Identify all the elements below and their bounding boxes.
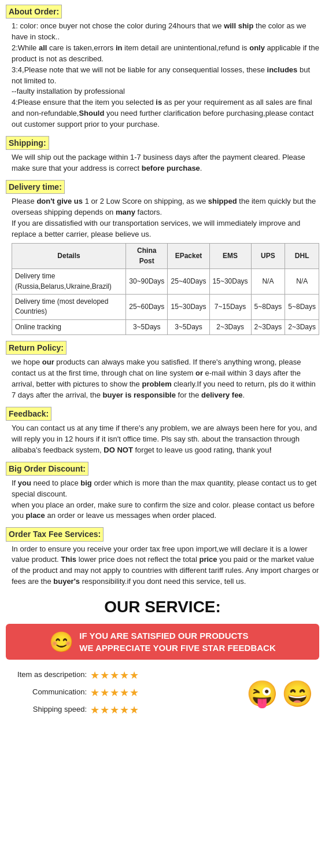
star-icon: ★ (100, 685, 109, 700)
feedback-banner: 😊 IF YOU ARE SATISFIED OUR PRODUCTS WE A… (6, 624, 319, 660)
star-icon: ★ (100, 668, 109, 683)
big-order-line2: when you place an order, make sure to co… (12, 500, 319, 522)
star-icon: ★ (120, 685, 129, 700)
order-tax-body: In order to ensure you receive your orde… (6, 544, 319, 587)
about-order-line2: 2:While all care is taken,errors in item… (12, 43, 319, 65)
shipping-section: Shipping: We will ship out the package w… (6, 136, 319, 174)
feedback-title: Feedback: (6, 407, 51, 421)
feedback-banner-text: IF YOU ARE SATISFIED OUR PRODUCTS WE APP… (79, 630, 275, 654)
delivery-time-section: Delivery time: Please don't give us 1 or… (6, 180, 319, 335)
shipping-body: We will ship out the package within 1-7 … (6, 152, 319, 174)
row1-chinapost: 30~90Days (126, 269, 168, 295)
col-epacket: EPacket (168, 244, 209, 269)
return-policy-section: Return Policy: we hope our products can … (6, 341, 319, 401)
return-policy-title: Return Policy: (6, 341, 67, 355)
row2-ems: 7~15Days (209, 294, 251, 319)
row2-dhl: 5~8Days (285, 294, 319, 319)
row3-ups: 2~3Days (251, 319, 285, 334)
shipping-text: We will ship out the package within 1-7 … (12, 152, 319, 174)
shipping-title: Shipping: (6, 136, 49, 150)
big-order-body: If you need to place big order which is … (6, 478, 319, 521)
row2-epacket: 15~30Days (168, 294, 209, 319)
order-tax-title: Order Tax Fee Services: (6, 527, 104, 541)
col-ups: UPS (251, 244, 285, 269)
delivery-time-body: Please don't give us 1 or 2 Low Score on… (6, 196, 319, 335)
feedback-body: You can contact us at any time if there'… (6, 423, 319, 456)
stars-label-communication: Communication: (12, 687, 87, 698)
our-service-title: OUR SERVICE: (6, 595, 319, 619)
about-order-line3: 3:4,Please note that we will not be liab… (12, 65, 319, 87)
stars-labels: Item as descripetion: ★ ★ ★ ★ ★ Communic… (12, 668, 241, 720)
col-details: Details (12, 244, 126, 269)
star-icon: ★ (90, 668, 99, 683)
row3-epacket: 3~5Days (168, 319, 209, 334)
about-order-body: 1: color: once buyer not chose the color… (6, 21, 319, 130)
stars-label-item: Item as descripetion: (12, 670, 87, 681)
smiley-faces: 😜 😄 (246, 675, 313, 712)
big-order-title: Big Order Discount: (6, 462, 88, 476)
star-icon: ★ (110, 703, 119, 718)
smiley-face-2: 😄 (282, 675, 313, 712)
row2-chinapost: 25~60Days (126, 294, 168, 319)
row2-label: Delivery time (most developed Countries) (12, 294, 126, 319)
row1-epacket: 25~40Days (168, 269, 209, 295)
about-order-section: About Order: 1: color: once buyer not ch… (6, 5, 319, 130)
table-row: Delivery time (most developed Countries)… (12, 294, 319, 319)
delivery-intro2: If you are dissatisfied with our transpo… (12, 218, 319, 240)
table-row: Delivery time (Russia,Belarus,Ukraine,Br… (12, 269, 319, 295)
stars-label-shipping: Shipping speed: (12, 704, 87, 715)
col-chinapost: China Post (126, 244, 168, 269)
row2-ups: 5~8Days (251, 294, 285, 319)
our-service-section: OUR SERVICE: 😊 IF YOU ARE SATISFIED OUR … (6, 595, 319, 720)
star-icon: ★ (130, 703, 139, 718)
order-tax-text: In order to ensure you receive your orde… (12, 544, 319, 587)
star-icon: ★ (120, 703, 129, 718)
col-dhl: DHL (285, 244, 319, 269)
banner-line2: WE APPRECIATE YOUR FIVE STAR FEEDBACK (79, 642, 275, 654)
order-tax-section: Order Tax Fee Services: In order to ensu… (6, 527, 319, 587)
row3-dhl: 2~3Days (285, 319, 319, 334)
page-container: About Order: 1: color: once buyer not ch… (0, 0, 325, 724)
stars-row-shipping: Shipping speed: ★ ★ ★ ★ ★ (12, 703, 241, 718)
return-policy-body: we hope our products can always make you… (6, 357, 319, 400)
row1-ems: 15~30Days (209, 269, 251, 295)
row3-ems: 2~3Days (209, 319, 251, 334)
about-order-line4: --faulty installation by professional (12, 86, 319, 97)
row1-dhl: N/A (285, 269, 319, 295)
table-row: Online tracking 3~5Days 3~5Days 2~3Days … (12, 319, 319, 334)
star-icon: ★ (130, 668, 139, 683)
delivery-intro1: Please don't give us 1 or 2 Low Score on… (12, 196, 319, 218)
big-order-line1: If you need to place big order which is … (12, 478, 319, 500)
about-order-title: About Order: (6, 5, 62, 19)
smiley-left-icon: 😊 (49, 632, 73, 652)
row3-label: Online tracking (12, 319, 126, 334)
star-icon: ★ (90, 685, 99, 700)
return-policy-text: we hope our products can always make you… (12, 357, 319, 400)
feedback-text: You can contact us at any time if there'… (12, 423, 319, 456)
smiley-face-1: 😜 (246, 675, 278, 712)
row1-ups: N/A (251, 269, 285, 295)
delivery-time-title: Delivery time: (6, 180, 65, 194)
star-icon: ★ (100, 703, 109, 718)
star-icon: ★ (110, 668, 119, 683)
star-icon: ★ (110, 685, 119, 700)
about-order-line5: 4:Please ensure that the item you select… (12, 97, 319, 130)
star-icon: ★ (130, 685, 139, 700)
row1-label: Delivery time (Russia,Belarus,Ukraine,Br… (12, 269, 126, 295)
col-ems: EMS (209, 244, 251, 269)
stars-section: Item as descripetion: ★ ★ ★ ★ ★ Communic… (6, 668, 319, 720)
stars-row-communication: Communication: ★ ★ ★ ★ ★ (12, 685, 241, 700)
feedback-section: Feedback: You can contact us at any time… (6, 407, 319, 456)
banner-line1: IF YOU ARE SATISFIED OUR PRODUCTS (79, 630, 275, 642)
row3-chinapost: 3~5Days (126, 319, 168, 334)
big-order-section: Big Order Discount: If you need to place… (6, 462, 319, 522)
star-icon: ★ (90, 703, 99, 718)
about-order-line1: 1: color: once buyer not chose the color… (12, 21, 319, 43)
delivery-table: Details China Post EPacket EMS UPS DHL D… (12, 243, 319, 335)
stars-row-item: Item as descripetion: ★ ★ ★ ★ ★ (12, 668, 241, 683)
star-icon: ★ (120, 668, 129, 683)
